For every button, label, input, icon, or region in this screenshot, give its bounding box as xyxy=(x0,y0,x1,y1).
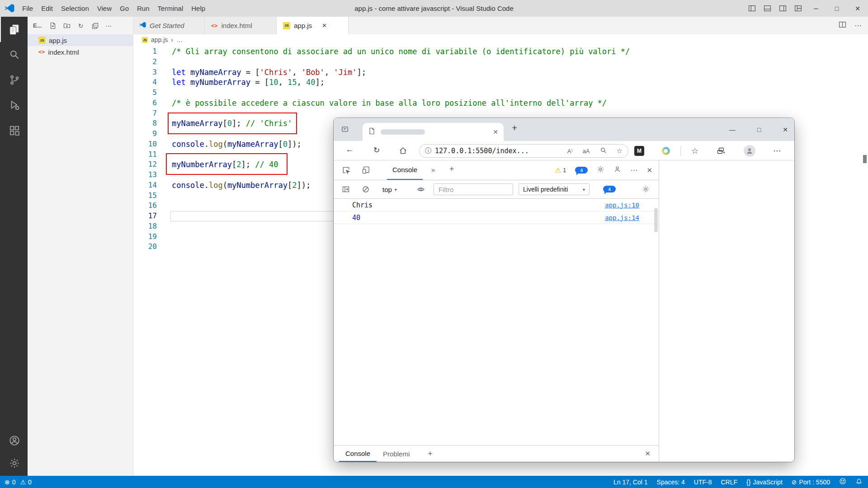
browser-maximize-button[interactable]: □ xyxy=(757,126,761,133)
new-folder-icon[interactable] xyxy=(63,22,71,29)
devtools-more-icon[interactable]: ⋯ xyxy=(630,166,637,174)
menu-go[interactable]: Go xyxy=(116,0,133,17)
extension-icon[interactable] xyxy=(662,147,670,155)
browser-minimize-button[interactable]: — xyxy=(729,126,736,133)
status-crlf[interactable]: CRLF xyxy=(721,479,737,486)
translate-icon[interactable]: aA xyxy=(583,148,590,155)
notifications-bell-icon[interactable] xyxy=(855,478,863,486)
messages-badge[interactable]: 4 xyxy=(575,167,588,174)
browser-more-menu-icon[interactable]: ⋯ xyxy=(773,141,781,160)
menu-edit[interactable]: Edit xyxy=(37,0,57,17)
settings-gear-icon[interactable] xyxy=(0,454,28,472)
status-javascript[interactable]: {}JavaScript xyxy=(746,479,783,486)
read-aloud-icon[interactable]: A⁾ xyxy=(567,148,573,155)
console-sidebar-icon[interactable] xyxy=(342,185,350,195)
devtools-scrollbar-thumb[interactable] xyxy=(654,208,658,232)
console-source-link[interactable]: app.js:14 xyxy=(605,214,639,221)
editor-more-actions-icon[interactable]: ⋯ xyxy=(854,21,862,30)
tab-index-html[interactable]: <>index.html xyxy=(205,17,277,34)
log-levels-dropdown[interactable]: Livelli predefiniti ▾ xyxy=(519,183,590,195)
window-maximize-button[interactable]: □ xyxy=(826,0,847,17)
menu-file[interactable]: File xyxy=(18,0,37,17)
address-bar[interactable]: ⓘ 127.0.0.1:5500/index... A⁾ aA ☆ xyxy=(419,144,628,158)
console-settings-icon[interactable] xyxy=(642,185,650,195)
site-info-icon[interactable]: ⓘ xyxy=(425,147,431,155)
more-tabs-icon[interactable]: » xyxy=(431,166,435,174)
tab-close-icon[interactable]: ✕ xyxy=(322,22,327,29)
device-toolbar-icon[interactable] xyxy=(362,166,370,176)
toolbar-messages-badge[interactable]: 4 xyxy=(603,186,616,192)
menu-help[interactable]: Help xyxy=(187,0,209,17)
status-utf-8[interactable]: UTF-8 xyxy=(694,479,712,486)
explorer-icon[interactable] xyxy=(0,17,28,42)
editor-scrollbar[interactable] xyxy=(862,45,868,476)
tab-actions-menu-icon[interactable] xyxy=(341,125,349,135)
inspect-element-icon[interactable] xyxy=(342,166,350,176)
console-source-link[interactable]: app.js:10 xyxy=(605,202,639,209)
status-spaces-4[interactable]: Spaces: 4 xyxy=(657,479,685,486)
status-port-5500[interactable]: ⊘Port : 5500 xyxy=(792,479,830,486)
file-item-index-html[interactable]: <>index.html xyxy=(28,46,133,58)
more-actions-icon[interactable]: ⋯ xyxy=(105,22,113,29)
browser-close-button[interactable]: ✕ xyxy=(783,126,788,133)
browser-tab[interactable]: ✕ xyxy=(363,123,504,141)
split-editor-icon[interactable] xyxy=(839,21,846,30)
status-0[interactable]: ⚠0 xyxy=(20,479,32,486)
menu-terminal[interactable]: Terminal xyxy=(154,0,188,17)
status-0[interactable]: ⊗0 xyxy=(5,479,16,486)
collections-icon[interactable] xyxy=(716,141,725,160)
favorites-add-icon[interactable]: ☆ xyxy=(617,147,623,155)
account-icon[interactable] xyxy=(0,432,28,450)
source-control-icon[interactable] xyxy=(0,67,28,93)
home-icon[interactable] xyxy=(399,146,407,157)
window-close-button[interactable]: ✕ xyxy=(847,0,868,17)
toggle-sidebar-icon[interactable] xyxy=(744,0,760,17)
menu-run[interactable]: Run xyxy=(133,0,154,17)
console-filter-input[interactable] xyxy=(434,183,513,195)
collapse-all-icon[interactable] xyxy=(91,22,99,29)
clear-console-icon[interactable] xyxy=(362,185,370,195)
live-expression-eye-icon[interactable] xyxy=(417,185,425,195)
customize-layout-icon[interactable] xyxy=(790,0,806,17)
context-selector[interactable]: top ▾ xyxy=(382,180,397,198)
refresh-icon[interactable]: ↻ xyxy=(77,22,85,29)
tab-close-icon[interactable]: ✕ xyxy=(493,128,498,136)
url-text[interactable]: 127.0.0.1:5500/index... xyxy=(435,147,529,155)
tab-app-js[interactable]: JSapp.js✕ xyxy=(277,17,349,34)
zoom-icon[interactable] xyxy=(600,147,607,155)
devtools-settings-icon[interactable] xyxy=(597,165,604,175)
menu-selection[interactable]: Selection xyxy=(57,0,93,17)
feedback-smiley-icon[interactable] xyxy=(839,478,846,486)
warnings-badge[interactable]: ⚠1 xyxy=(555,166,566,174)
status-ln-17-col-1[interactable]: Ln 17, Col 1 xyxy=(613,479,648,486)
reload-icon[interactable]: ↻ xyxy=(373,145,380,155)
drawer-tab-problemi[interactable]: Problemi xyxy=(377,446,416,462)
new-file-icon[interactable] xyxy=(49,22,57,29)
breadcrumb-file[interactable]: app.js xyxy=(151,36,168,43)
feedback-icon[interactable] xyxy=(613,165,621,175)
window-minimize-button[interactable]: ─ xyxy=(806,0,826,17)
add-panel-icon[interactable]: + xyxy=(449,164,454,174)
file-item-app-js[interactable]: JSapp.js xyxy=(28,34,133,46)
console-messages[interactable]: Chrisapp.js:1040app.js:14 xyxy=(334,199,659,445)
toggle-secondary-sidebar-icon[interactable] xyxy=(775,0,790,17)
tab-get-started[interactable]: Get Started xyxy=(133,17,205,34)
new-tab-button[interactable]: + xyxy=(512,122,517,133)
drawer-close-icon[interactable]: ✕ xyxy=(645,450,651,458)
breadcrumb-more[interactable]: … xyxy=(176,36,183,43)
toggle-panel-icon[interactable] xyxy=(760,0,775,17)
menu-view[interactable]: View xyxy=(93,0,116,17)
search-icon[interactable] xyxy=(0,42,28,67)
line-number: 17 xyxy=(133,211,157,221)
extensions-icon[interactable] xyxy=(0,118,28,143)
devtools-close-icon[interactable]: ✕ xyxy=(646,166,652,174)
breadcrumb[interactable]: JS app.js › … xyxy=(133,34,868,45)
favorites-icon[interactable]: ☆ xyxy=(691,141,698,160)
profile-avatar[interactable] xyxy=(744,145,755,157)
run-debug-icon[interactable] xyxy=(0,93,28,118)
devtools-console-tab[interactable]: Console xyxy=(387,160,423,180)
drawer-add-icon[interactable]: + xyxy=(428,449,433,459)
extension-m-icon[interactable]: M xyxy=(634,146,644,156)
drawer-tab-console[interactable]: Console xyxy=(339,446,377,462)
back-icon[interactable]: ← xyxy=(345,145,354,155)
